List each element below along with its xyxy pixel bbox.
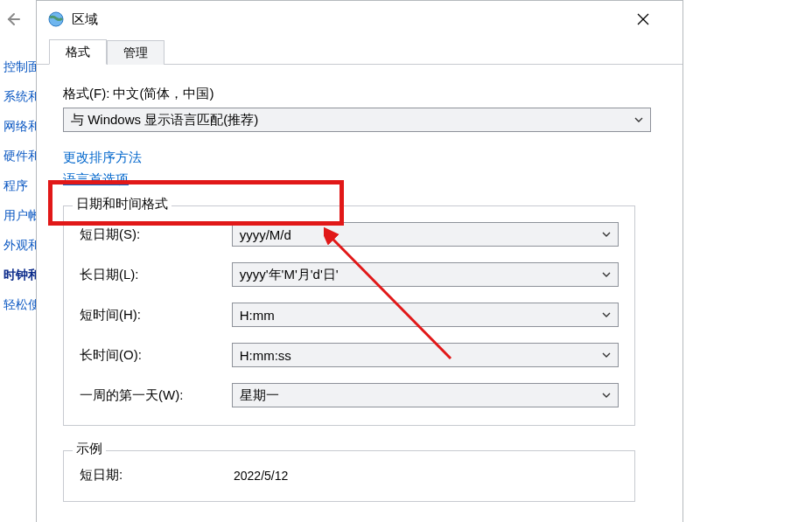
example-short-date-value: 2022/5/12 (234, 469, 288, 483)
chevron-down-icon (602, 312, 611, 317)
chevron-down-icon (602, 393, 611, 398)
date-time-format-group: 日期和时间格式 短日期(S): yyyy/M/d 长日期(L): yyyy'年'… (63, 205, 635, 426)
long-date-value: yyyy'年'M'月'd'日' (240, 267, 339, 283)
format-combo-value: 与 Windows 显示语言匹配(推荐) (71, 112, 258, 129)
chevron-down-icon (602, 352, 611, 358)
chevron-down-icon (602, 232, 611, 237)
long-time-value: H:mm:ss (240, 348, 291, 363)
example-group: 示例 短日期: 2022/5/12 (63, 450, 635, 502)
first-day-combo[interactable]: 星期一 (232, 383, 619, 407)
short-time-value: H:mm (240, 308, 275, 323)
group-legend: 日期和时间格式 (73, 196, 172, 212)
long-date-combo[interactable]: yyyy'年'M'月'd'日' (232, 262, 619, 287)
tab-format[interactable]: 格式 (49, 39, 107, 65)
long-date-label: 长日期(L): (80, 267, 232, 283)
long-time-combo[interactable]: H:mm:ss (232, 343, 619, 367)
first-day-value: 星期一 (240, 387, 279, 404)
format-label: 格式(F): 中文(简体，中国) (63, 86, 656, 102)
chevron-down-icon (634, 117, 643, 122)
short-date-label: 短日期(S): (80, 226, 232, 243)
group-legend: 示例 (73, 441, 106, 457)
short-time-combo[interactable]: H:mm (232, 303, 619, 327)
chevron-down-icon (602, 272, 611, 277)
short-date-combo[interactable]: yyyy/M/d (232, 222, 619, 247)
tabstrip: 格式 管理 (37, 38, 682, 65)
globe-icon (47, 10, 65, 28)
dialog-title: 区域 (72, 11, 98, 28)
region-dialog: 区域 格式 管理 格式(F): 中文(简体，中国) 与 Windows 显示语言… (36, 0, 683, 522)
tab-admin[interactable]: 管理 (107, 40, 164, 65)
back-arrow-icon (4, 10, 21, 28)
long-time-label: 长时间(O): (80, 347, 232, 364)
short-time-label: 短时间(H): (80, 307, 232, 324)
change-sort-link[interactable]: 更改排序方法 (63, 150, 142, 166)
first-day-label: 一周的第一天(W): (80, 387, 232, 404)
example-short-date-label: 短日期: (80, 467, 234, 484)
close-button[interactable] (637, 13, 672, 25)
titlebar: 区域 (37, 1, 682, 38)
language-preferences-link[interactable]: 语言首选项 (63, 171, 129, 188)
format-combo[interactable]: 与 Windows 显示语言匹配(推荐) (63, 108, 651, 132)
short-date-value: yyyy/M/d (240, 227, 291, 242)
